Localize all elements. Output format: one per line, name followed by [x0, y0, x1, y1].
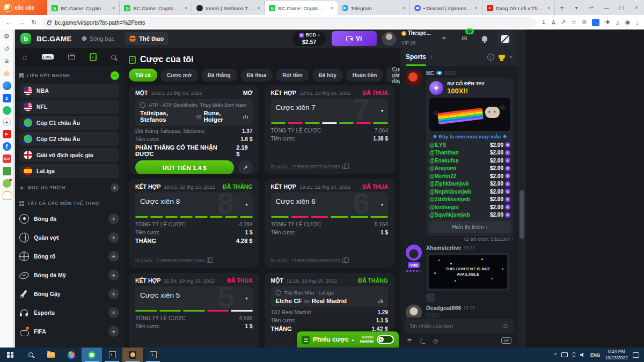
- chevron-right-icon[interactable]: ›: [430, 54, 432, 60]
- quick-link-item[interactable]: Giải vô địch quốc gia: [19, 148, 119, 162]
- sport-item[interactable]: FIFA +: [19, 322, 119, 341]
- add-favorite-button[interactable]: +: [111, 183, 119, 192]
- user-avatar[interactable]: [406, 305, 422, 317]
- expand-sport-button[interactable]: +: [108, 326, 119, 337]
- language-indicator[interactable]: ENG: [590, 352, 600, 358]
- chat-toggle-button[interactable]: [497, 31, 513, 46]
- rain-icon[interactable]: ☂: [407, 337, 412, 344]
- scrollbar[interactable]: [518, 29, 526, 348]
- close-chat-icon[interactable]: ×: [509, 54, 513, 60]
- winner-name[interactable]: @Nnphkbsmjwb: [429, 189, 490, 195]
- filter-pill[interactable]: Hoàn tiền: [346, 69, 384, 82]
- start-button[interactable]: [0, 348, 20, 362]
- speaker-icon[interactable]: [580, 352, 586, 357]
- chat-input[interactable]: [409, 323, 499, 329]
- tab-close-icon[interactable]: ×: [330, 5, 333, 11]
- sport-item[interactable]: Bóng Gậy +: [19, 284, 119, 303]
- chat-username[interactable]: BC: [426, 70, 434, 76]
- copy-icon[interactable]: [342, 165, 346, 169]
- browser-action-icon[interactable]: ↓: [636, 19, 639, 26]
- menu-list-button[interactable]: ≡: [436, 31, 451, 46]
- league-app[interactable]: L: [102, 348, 122, 362]
- browser-tab[interactable]: • Discord | #games | E ×: [410, 1, 482, 15]
- rail-app-icon[interactable]: ↺: [3, 45, 11, 53]
- browser-tab[interactable]: Dang Dở Lofi x Thời tình ×: [482, 1, 555, 15]
- user-avatar[interactable]: [382, 32, 396, 46]
- expand-sport-button[interactable]: +: [108, 213, 119, 224]
- new-tab-button[interactable]: +: [555, 4, 569, 15]
- rail-app-icon[interactable]: ⚙: [3, 32, 11, 41]
- quick-link-item[interactable]: Cúp C2 châu Âu: [19, 132, 119, 146]
- microphone-icon[interactable]: [573, 352, 575, 357]
- chat-room-tab[interactable]: Sports: [406, 48, 426, 66]
- winner-name[interactable]: @Enakufsa: [429, 158, 490, 164]
- sort-dropdown[interactable]: Cược gần đây ▾: [386, 68, 400, 82]
- winner-name[interactable]: @Sqwhkjsmjwb: [429, 212, 490, 218]
- user-info[interactable]: Thespe... VIP 28: [401, 30, 431, 47]
- bc-game-logo-text[interactable]: BC.GAME: [36, 35, 72, 43]
- filter-pill[interactable]: Đã thua: [240, 69, 273, 82]
- sport-item[interactable]: Bóng đá Mỹ +: [19, 265, 119, 284]
- notifications-button[interactable]: [477, 31, 492, 46]
- live-icon[interactable]: LIVE: [42, 54, 54, 60]
- browser-tab[interactable]: BC.Game: Crypto Casino ×: [47, 1, 120, 15]
- betslip-bar[interactable]: Phiếu cược ▴ CƯỢCNHANH ϟ: [297, 331, 399, 348]
- nav-sports[interactable]: Thể thao: [125, 32, 169, 45]
- taskbar-search[interactable]: [20, 348, 41, 362]
- browser-tab[interactable]: tennis | Stefanos Tsitsipa ×: [192, 1, 265, 15]
- chrome-app[interactable]: [61, 348, 82, 362]
- browser-action-icon[interactable]: ↗: [561, 19, 566, 26]
- winner-name[interactable]: @Ziphkbsmjwb: [429, 181, 490, 187]
- filter-pill[interactable]: Rút tiền: [276, 69, 309, 82]
- network-icon[interactable]: [561, 352, 568, 357]
- league-client-app[interactable]: L: [143, 348, 163, 362]
- combo-box[interactable]: Cược xiên 6 6 ▾: [271, 193, 389, 216]
- rail-app-icon[interactable]: [3, 179, 11, 188]
- filter-pill[interactable]: Cược mở: [160, 69, 198, 82]
- expand-icon[interactable]: ▾: [381, 108, 383, 113]
- winner-name[interactable]: @Arayomi: [429, 165, 490, 171]
- rail-app-icon[interactable]: [3, 82, 11, 90]
- tab-close-icon[interactable]: ×: [547, 5, 550, 11]
- event-box[interactable]: ATP · ATP Stockholm, Thụy Điển Đơn Nam T…: [135, 99, 253, 126]
- bc-game-logo-icon[interactable]: [20, 33, 31, 44]
- chat-username[interactable]: Xhamsterlive: [426, 245, 461, 251]
- url-field[interactable]: bc.game/vi/sports?bt-path=%2Fbets: [42, 17, 536, 28]
- copy-icon[interactable]: [207, 258, 210, 263]
- tab-close-icon[interactable]: ×: [475, 5, 478, 11]
- expand-icon[interactable]: ▾: [245, 202, 247, 207]
- sport-item[interactable]: Esports +: [19, 303, 119, 322]
- wallet-button[interactable]: Ví: [332, 31, 377, 46]
- nav-casino[interactable]: Sòng bạc: [77, 32, 119, 45]
- browser-action-icon[interactable]: ↧: [541, 19, 546, 26]
- my-bets-button[interactable]: [90, 53, 97, 61]
- rail-app-icon[interactable]: [3, 191, 11, 200]
- forward-icon[interactable]: →: [18, 19, 25, 26]
- rail-app-icon[interactable]: [3, 167, 11, 175]
- sport-item[interactable]: Bóng đá +: [19, 209, 119, 228]
- quick-bet-toggle[interactable]: ϟ: [377, 335, 394, 344]
- expand-icon[interactable]: ▾: [245, 296, 247, 301]
- action-center-icon[interactable]: [633, 352, 639, 358]
- browser-action-icon[interactable]: ♫: [616, 19, 620, 26]
- reaction-placeholder[interactable]: [426, 293, 435, 302]
- winner-name[interactable]: @lordsegoi: [429, 204, 490, 210]
- emoji-picker-icon[interactable]: ☺: [502, 322, 509, 330]
- filter-pill[interactable]: Tất cả: [129, 69, 157, 82]
- winner-name[interactable]: @Thanthan: [429, 150, 490, 156]
- combo-box[interactable]: Cược xiên 7 7 ▾: [271, 99, 389, 122]
- filter-pill[interactable]: Đã thắng: [201, 69, 237, 82]
- restore-tab-icon[interactable]: ↩: [584, 5, 599, 11]
- quick-link-item[interactable]: LaLiga: [19, 164, 119, 178]
- tab-search-icon[interactable]: ▾: [569, 5, 584, 11]
- expand-sport-button[interactable]: +: [108, 251, 119, 262]
- browser-tab[interactable]: BC.Game: Crypto Casino ×: [120, 1, 192, 15]
- sport-item[interactable]: Quần vợt +: [19, 228, 119, 247]
- copy-icon[interactable]: [342, 258, 346, 263]
- rail-app-icon[interactable]: Z: [3, 94, 11, 102]
- tab-close-icon[interactable]: ×: [112, 5, 115, 11]
- bc-avatar[interactable]: [406, 70, 422, 86]
- coccoc-app[interactable]: [82, 348, 102, 362]
- browser-action-icon[interactable]: A: [552, 19, 555, 26]
- sport-item[interactable]: Bóng rổ +: [19, 247, 119, 265]
